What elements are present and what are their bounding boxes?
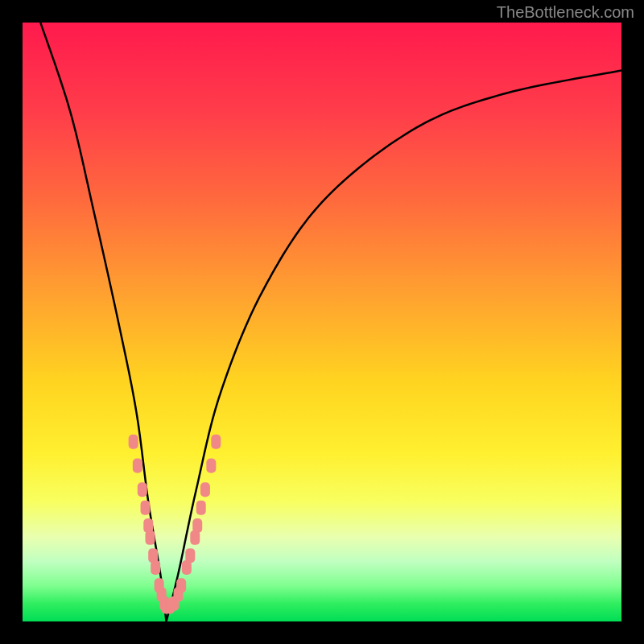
chart-container <box>23 23 621 621</box>
data-point <box>133 459 142 473</box>
data-point <box>141 501 151 515</box>
data-point <box>200 482 210 497</box>
data-point <box>151 560 160 575</box>
data-points-layer <box>23 23 621 621</box>
data-point <box>138 482 147 497</box>
data-point <box>206 459 216 473</box>
data-point <box>185 548 195 563</box>
data-point <box>176 578 186 592</box>
data-point <box>129 435 138 449</box>
data-points-group <box>129 435 221 614</box>
data-point <box>196 501 206 515</box>
data-point <box>211 435 221 449</box>
data-point <box>145 530 155 545</box>
watermark-text: TheBottleneck.com <box>497 3 634 22</box>
data-point <box>192 518 202 533</box>
